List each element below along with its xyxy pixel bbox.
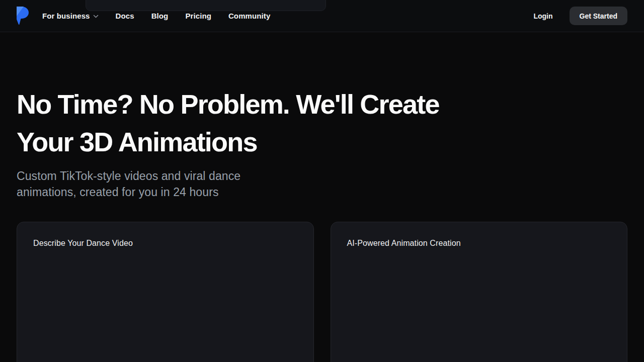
card-ai-animation-creation[interactable]: AI-Powered Animation Creation [331,222,628,362]
navbar: For business Docs Blog Pricing Community… [0,0,644,32]
brand-logo[interactable] [13,6,30,26]
nav-item-pricing[interactable]: Pricing [185,12,211,20]
cards-section: Describe Your Dance Video AI-Powered Ani… [0,222,644,362]
page-title: No Time? No Problem. We'll Create Your 3… [17,85,627,161]
login-link[interactable]: Login [533,12,552,20]
card-describe-dance-video[interactable]: Describe Your Dance Video [17,222,314,362]
nav-links: For business Docs Blog Pricing Community [42,12,270,20]
chevron-down-icon [93,15,99,18]
nav-item-label: Blog [151,12,169,20]
nav-item-for-business[interactable]: For business [42,12,99,20]
nav-item-label: Docs [116,12,134,20]
nav-right: Login Get Started [533,7,627,25]
card-title: Describe Your Dance Video [33,239,297,248]
page-title-line-2: Your 3D Animations [17,123,627,161]
get-started-button[interactable]: Get Started [570,7,627,25]
card-title: AI-Powered Animation Creation [347,239,611,248]
nav-item-label: For business [42,12,90,20]
hero-section: No Time? No Problem. We'll Create Your 3… [0,32,644,200]
nav-item-label: Pricing [185,12,211,20]
page-title-line-1: No Time? No Problem. We'll Create [17,85,627,123]
clipped-dropdown-panel [86,0,326,11]
nav-item-blog[interactable]: Blog [151,12,169,20]
hero-subtitle: Custom TikTok-style videos and viral dan… [17,168,271,200]
nav-item-label: Community [228,12,270,20]
nav-item-community[interactable]: Community [228,12,270,20]
nav-item-docs[interactable]: Docs [116,12,134,20]
brand-logo-icon [13,5,30,27]
